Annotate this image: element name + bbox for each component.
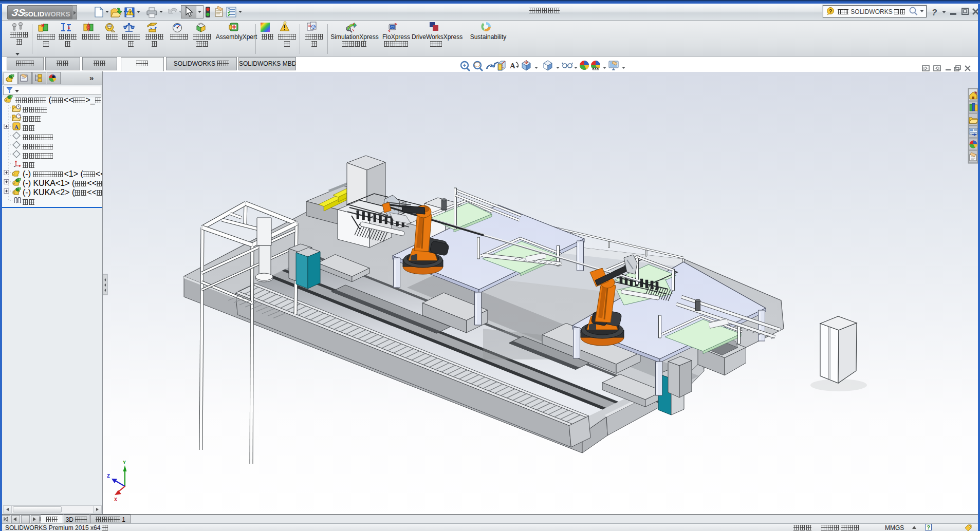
svg-text:A: A — [510, 62, 515, 70]
svg-text:?: ? — [313, 25, 315, 29]
svg-text:A: A — [14, 124, 19, 130]
